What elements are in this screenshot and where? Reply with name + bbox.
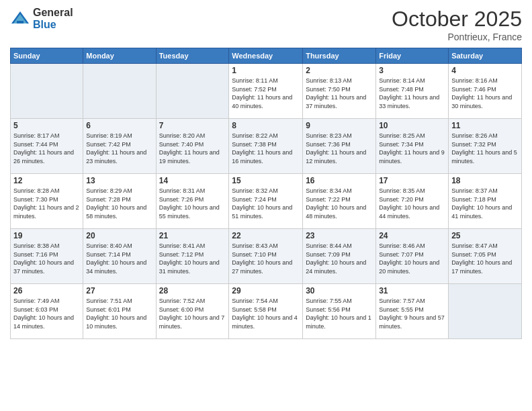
day-info: Sunrise: 8:25 AM Sunset: 7:34 PM Dayligh… [379,132,445,165]
title-block: October 2025 Pontrieux, France [392,7,522,42]
table-row: 6Sunrise: 8:19 AM Sunset: 7:42 PM Daylig… [83,119,156,174]
table-row: 19Sunrise: 8:38 AM Sunset: 7:16 PM Dayli… [11,229,83,284]
day-number: 12 [13,176,80,185]
day-info: Sunrise: 8:37 AM Sunset: 7:18 PM Dayligh… [451,187,519,220]
day-info: Sunrise: 8:43 AM Sunset: 7:10 PM Dayligh… [232,242,300,275]
day-number: 11 [451,121,519,130]
calendar-week-row: 12Sunrise: 8:28 AM Sunset: 7:30 PM Dayli… [11,174,522,229]
table-row: 4Sunrise: 8:16 AM Sunset: 7:46 PM Daylig… [449,64,522,119]
table-row: 26Sunrise: 7:49 AM Sunset: 6:03 PM Dayli… [11,284,83,339]
day-info: Sunrise: 7:49 AM Sunset: 6:03 PM Dayligh… [13,297,80,330]
calendar-header-row: Sunday Monday Tuesday Wednesday Thursday… [11,48,522,64]
table-row: 31Sunrise: 7:57 AM Sunset: 5:55 PM Dayli… [376,284,449,339]
day-number: 25 [451,231,519,240]
month-title: October 2025 [392,7,522,32]
day-info: Sunrise: 8:40 AM Sunset: 7:14 PM Dayligh… [86,242,152,275]
day-info: Sunrise: 7:51 AM Sunset: 6:01 PM Dayligh… [86,297,152,330]
table-row: 23Sunrise: 8:44 AM Sunset: 7:09 PM Dayli… [303,229,376,284]
table-row: 3Sunrise: 8:14 AM Sunset: 7:48 PM Daylig… [376,64,449,119]
table-row [83,64,156,119]
day-info: Sunrise: 8:26 AM Sunset: 7:32 PM Dayligh… [451,132,519,165]
day-info: Sunrise: 8:38 AM Sunset: 7:16 PM Dayligh… [13,242,80,275]
logo-blue-text: Blue [33,19,73,31]
table-row: 14Sunrise: 8:31 AM Sunset: 7:26 PM Dayli… [156,174,229,229]
day-info: Sunrise: 8:34 AM Sunset: 7:22 PM Dayligh… [306,187,373,220]
col-saturday: Saturday [449,48,522,64]
table-row: 9Sunrise: 8:23 AM Sunset: 7:36 PM Daylig… [303,119,376,174]
day-number: 13 [86,176,152,185]
table-row: 7Sunrise: 8:20 AM Sunset: 7:40 PM Daylig… [156,119,229,174]
day-info: Sunrise: 8:41 AM Sunset: 7:12 PM Dayligh… [159,242,226,275]
day-info: Sunrise: 7:55 AM Sunset: 5:56 PM Dayligh… [306,297,373,330]
day-number: 30 [306,286,373,295]
day-number: 24 [379,231,445,240]
day-info: Sunrise: 8:11 AM Sunset: 7:52 PM Dayligh… [232,77,300,110]
table-row [449,284,522,339]
table-row: 5Sunrise: 8:17 AM Sunset: 7:44 PM Daylig… [11,119,83,174]
day-number: 26 [13,286,80,295]
day-number: 16 [306,176,373,185]
day-info: Sunrise: 8:14 AM Sunset: 7:48 PM Dayligh… [379,77,445,110]
day-info: Sunrise: 8:13 AM Sunset: 7:50 PM Dayligh… [306,77,373,110]
day-number: 31 [379,286,445,295]
logo-icon [10,9,30,29]
day-info: Sunrise: 8:22 AM Sunset: 7:38 PM Dayligh… [232,132,300,165]
table-row: 12Sunrise: 8:28 AM Sunset: 7:30 PM Dayli… [11,174,83,229]
col-thursday: Thursday [303,48,376,64]
table-row [11,64,83,119]
day-info: Sunrise: 7:54 AM Sunset: 5:58 PM Dayligh… [232,297,300,330]
table-row: 13Sunrise: 8:29 AM Sunset: 7:28 PM Dayli… [83,174,156,229]
day-number: 29 [232,286,300,295]
table-row: 25Sunrise: 8:47 AM Sunset: 7:05 PM Dayli… [449,229,522,284]
day-number: 6 [86,121,152,130]
table-row: 24Sunrise: 8:46 AM Sunset: 7:07 PM Dayli… [376,229,449,284]
day-info: Sunrise: 8:35 AM Sunset: 7:20 PM Dayligh… [379,187,445,220]
day-info: Sunrise: 8:20 AM Sunset: 7:40 PM Dayligh… [159,132,226,165]
day-number: 1 [232,66,300,75]
logo-text: General Blue [33,7,73,30]
day-info: Sunrise: 8:46 AM Sunset: 7:07 PM Dayligh… [379,242,445,275]
logo: General Blue [10,7,73,30]
day-number: 7 [159,121,226,130]
table-row: 10Sunrise: 8:25 AM Sunset: 7:34 PM Dayli… [376,119,449,174]
table-row: 2Sunrise: 8:13 AM Sunset: 7:50 PM Daylig… [303,64,376,119]
calendar-week-row: 5Sunrise: 8:17 AM Sunset: 7:44 PM Daylig… [11,119,522,174]
calendar-week-row: 1Sunrise: 8:11 AM Sunset: 7:52 PM Daylig… [11,64,522,119]
day-number: 23 [306,231,373,240]
day-info: Sunrise: 8:44 AM Sunset: 7:09 PM Dayligh… [306,242,373,275]
table-row: 27Sunrise: 7:51 AM Sunset: 6:01 PM Dayli… [83,284,156,339]
table-row: 16Sunrise: 8:34 AM Sunset: 7:22 PM Dayli… [303,174,376,229]
day-info: Sunrise: 8:47 AM Sunset: 7:05 PM Dayligh… [451,242,519,275]
calendar-table: Sunday Monday Tuesday Wednesday Thursday… [10,48,522,339]
table-row: 30Sunrise: 7:55 AM Sunset: 5:56 PM Dayli… [303,284,376,339]
col-friday: Friday [376,48,449,64]
location-subtitle: Pontrieux, France [392,32,522,42]
day-number: 5 [13,121,80,130]
logo-general-text: General [33,7,73,19]
col-sunday: Sunday [11,48,83,64]
table-row: 17Sunrise: 8:35 AM Sunset: 7:20 PM Dayli… [376,174,449,229]
day-number: 28 [159,286,226,295]
col-tuesday: Tuesday [156,48,229,64]
day-number: 19 [13,231,80,240]
day-number: 21 [159,231,226,240]
page: General Blue October 2025 Pontrieux, Fra… [0,0,532,411]
table-row: 18Sunrise: 8:37 AM Sunset: 7:18 PM Dayli… [449,174,522,229]
header: General Blue October 2025 Pontrieux, Fra… [10,7,522,42]
table-row: 22Sunrise: 8:43 AM Sunset: 7:10 PM Dayli… [229,229,303,284]
day-number: 8 [232,121,300,130]
col-wednesday: Wednesday [229,48,303,64]
day-number: 2 [306,66,373,75]
table-row: 20Sunrise: 8:40 AM Sunset: 7:14 PM Dayli… [83,229,156,284]
table-row: 8Sunrise: 8:22 AM Sunset: 7:38 PM Daylig… [229,119,303,174]
table-row: 11Sunrise: 8:26 AM Sunset: 7:32 PM Dayli… [449,119,522,174]
table-row: 21Sunrise: 8:41 AM Sunset: 7:12 PM Dayli… [156,229,229,284]
day-info: Sunrise: 8:32 AM Sunset: 7:24 PM Dayligh… [232,187,300,220]
day-number: 9 [306,121,373,130]
day-number: 18 [451,176,519,185]
day-number: 14 [159,176,226,185]
day-info: Sunrise: 8:31 AM Sunset: 7:26 PM Dayligh… [159,187,226,220]
table-row: 15Sunrise: 8:32 AM Sunset: 7:24 PM Dayli… [229,174,303,229]
day-number: 3 [379,66,445,75]
day-info: Sunrise: 8:19 AM Sunset: 7:42 PM Dayligh… [86,132,152,165]
